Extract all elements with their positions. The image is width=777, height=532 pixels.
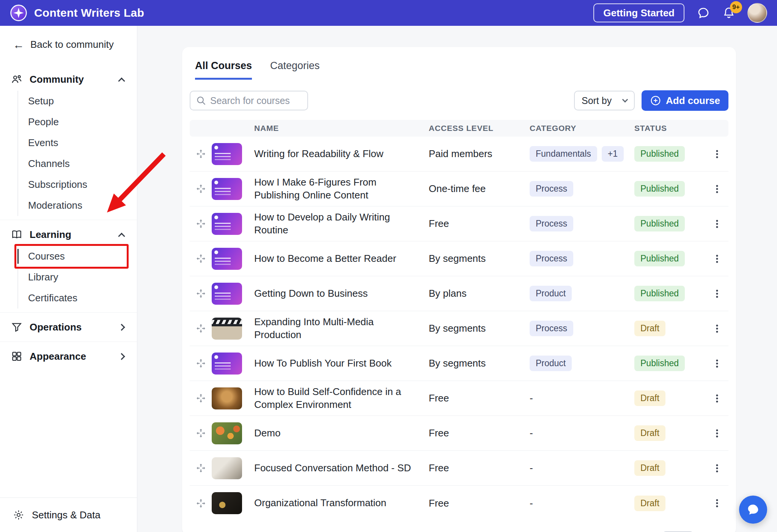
course-thumbnail-clapperboard-photo[interactable] bbox=[212, 318, 242, 340]
column-name: NAME bbox=[247, 124, 429, 133]
drag-handle-icon[interactable] bbox=[196, 219, 206, 229]
course-name[interactable]: Writing for Readability & Flow bbox=[247, 145, 429, 163]
brand-logo-icon[interactable] bbox=[10, 4, 27, 22]
getting-started-button[interactable]: Getting Started bbox=[593, 3, 684, 22]
drag-handle-icon[interactable] bbox=[196, 323, 206, 334]
course-thumbnail-purple-gradient[interactable] bbox=[212, 178, 242, 200]
sidebar-section-items: Setup People Events Channels Subscriptio… bbox=[17, 91, 137, 216]
kebab-menu-icon[interactable] bbox=[709, 146, 725, 162]
access-level-value: Free bbox=[429, 462, 530, 474]
kebab-menu-icon[interactable] bbox=[709, 286, 725, 302]
access-level-value: Paid members bbox=[429, 148, 530, 160]
user-avatar[interactable] bbox=[747, 3, 767, 23]
course-name[interactable]: Getting Down to Business bbox=[247, 285, 429, 302]
course-search[interactable] bbox=[190, 91, 308, 110]
drag-handle-icon[interactable] bbox=[196, 149, 206, 159]
settings-and-data-button[interactable]: Settings & Data bbox=[0, 497, 137, 532]
course-name[interactable]: Organizational Transformation bbox=[247, 494, 429, 512]
drag-handle-icon[interactable] bbox=[196, 498, 206, 508]
sidebar-item-channels[interactable]: Channels bbox=[18, 153, 137, 174]
course-name[interactable]: How to Develop a Daily Writing Routine bbox=[247, 209, 429, 239]
course-name[interactable]: Focused Conversation Method - SD bbox=[247, 460, 429, 477]
sort-by-label: Sort by bbox=[582, 95, 612, 106]
course-thumbnail-lion-photo[interactable] bbox=[212, 387, 242, 409]
status-cell: Draft bbox=[634, 460, 706, 476]
course-thumbnail-desk-photo[interactable] bbox=[212, 457, 242, 479]
kebab-menu-icon[interactable] bbox=[709, 321, 725, 337]
appearance-icon bbox=[11, 350, 24, 363]
course-thumbnail-dark-gold-photo[interactable] bbox=[212, 492, 242, 514]
course-thumbnail-purple-gradient[interactable] bbox=[212, 213, 242, 235]
category-badge: +1 bbox=[602, 146, 624, 162]
header-actions: Getting Started 9+ bbox=[593, 3, 767, 23]
course-name[interactable]: How To Publish Your First Book bbox=[247, 355, 429, 372]
kebab-menu-icon[interactable] bbox=[709, 251, 725, 267]
sidebar-item-events[interactable]: Events bbox=[18, 132, 137, 153]
kebab-menu-icon[interactable] bbox=[709, 460, 725, 476]
course-thumbnail-purple-gradient[interactable] bbox=[212, 353, 242, 375]
sidebar-section-header[interactable]: Operations bbox=[0, 316, 137, 338]
course-thumbnail-purple-gradient[interactable] bbox=[212, 283, 242, 305]
course-thumbnail-purple-gradient[interactable] bbox=[212, 143, 242, 165]
drag-handle-icon[interactable] bbox=[196, 428, 206, 438]
back-arrow-icon: ← bbox=[13, 39, 24, 50]
messages-icon[interactable] bbox=[697, 6, 710, 20]
sidebar-item-library[interactable]: Library bbox=[18, 267, 137, 288]
sidebar-item-setup[interactable]: Setup bbox=[18, 91, 137, 112]
kebab-menu-icon[interactable] bbox=[709, 356, 725, 371]
status-badge: Published bbox=[634, 286, 685, 301]
search-input[interactable] bbox=[210, 95, 302, 106]
category-cell: Product bbox=[530, 356, 634, 371]
course-thumbnail-purple-gradient[interactable] bbox=[212, 248, 242, 270]
kebab-menu-icon[interactable] bbox=[709, 495, 725, 511]
course-thumbnail-flowers-photo[interactable] bbox=[212, 422, 242, 444]
chat-launcher-button[interactable] bbox=[739, 496, 767, 524]
sidebar-item-label: Subscriptions bbox=[28, 179, 87, 190]
kebab-menu-icon[interactable] bbox=[709, 216, 725, 232]
sidebar-section-header[interactable]: Community bbox=[0, 68, 137, 91]
kebab-menu-icon[interactable] bbox=[709, 390, 725, 406]
course-name[interactable]: Expanding Into Multi-Media Production bbox=[247, 313, 429, 344]
table-row: Expanding Into Multi-Media Production By… bbox=[190, 311, 728, 346]
sidebar-item-moderations[interactable]: Moderations bbox=[18, 195, 137, 216]
course-name[interactable]: How to Build Self-Confidence in a Comple… bbox=[247, 383, 429, 414]
course-name[interactable]: How I Make 6-Figures From Publishing Onl… bbox=[247, 174, 429, 204]
sidebar-item-label: Events bbox=[28, 137, 58, 148]
sidebar-item-certificates[interactable]: Certificates bbox=[18, 288, 137, 308]
tab-categories[interactable]: Categories bbox=[270, 60, 320, 80]
status-cell: Published bbox=[634, 146, 706, 162]
sidebar-item-label: People bbox=[28, 116, 59, 127]
course-name[interactable]: Demo bbox=[247, 425, 429, 442]
drag-handle-icon[interactable] bbox=[196, 253, 206, 264]
kebab-menu-icon[interactable] bbox=[709, 181, 725, 197]
top-header: Content Writers Lab Getting Started 9+ bbox=[0, 0, 777, 26]
sidebar-item-subscriptions[interactable]: Subscriptions bbox=[18, 174, 137, 195]
drag-handle-icon[interactable] bbox=[196, 184, 206, 194]
table-row: Organizational Transformation Free - Dra… bbox=[190, 486, 728, 521]
sidebar-section-header[interactable]: Learning bbox=[0, 223, 137, 246]
sidebar-section-header[interactable]: Appearance bbox=[0, 345, 137, 368]
category-cell: Fundamentals+1 bbox=[530, 146, 634, 162]
status-badge: Draft bbox=[634, 390, 665, 406]
admin-sidebar: ← Back to community Community Setup Peop… bbox=[0, 26, 137, 532]
drag-handle-icon[interactable] bbox=[196, 358, 206, 368]
section-chevron-icon bbox=[119, 354, 124, 359]
kebab-menu-icon[interactable] bbox=[709, 425, 725, 441]
sidebar-item-people[interactable]: People bbox=[18, 112, 137, 132]
drag-handle-icon[interactable] bbox=[196, 393, 206, 403]
chevron-down-icon bbox=[622, 96, 628, 102]
sidebar-item-courses[interactable]: Courses bbox=[18, 246, 137, 267]
course-name[interactable]: How to Become a Better Reader bbox=[247, 250, 429, 268]
notifications-bell-icon[interactable]: 9+ bbox=[722, 6, 735, 19]
category-cell: - bbox=[530, 497, 634, 509]
drag-handle-icon[interactable] bbox=[196, 288, 206, 299]
sidebar-section-label: Learning bbox=[30, 229, 71, 241]
drag-handle-icon[interactable] bbox=[196, 463, 206, 473]
add-course-button[interactable]: Add course bbox=[642, 90, 728, 111]
tab-all-courses[interactable]: All Courses bbox=[195, 60, 252, 80]
status-badge: Draft bbox=[634, 425, 665, 441]
category-badge: Product bbox=[530, 286, 572, 301]
access-level-value: Free bbox=[429, 497, 530, 509]
back-to-community-link[interactable]: ← Back to community bbox=[13, 39, 137, 50]
sort-by-dropdown[interactable]: Sort by bbox=[574, 91, 635, 110]
